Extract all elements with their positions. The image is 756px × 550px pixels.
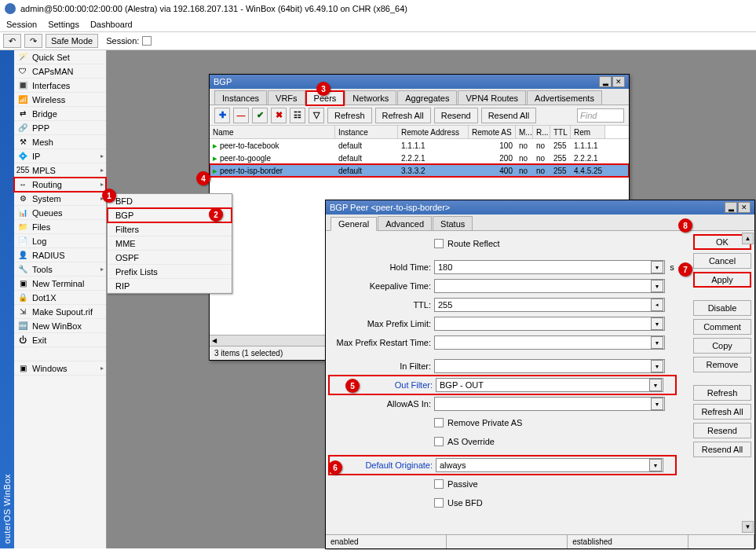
sidebar-item-quick-set[interactable]: 🪄Quick Set (14, 50, 106, 64)
col-header[interactable]: Remote Address (398, 126, 469, 138)
as-override-checkbox[interactable] (434, 437, 444, 446)
add-button[interactable]: ✚ (214, 108, 230, 123)
session-box[interactable] (142, 36, 152, 46)
sidebar-item-mesh[interactable]: ⚒Mesh (14, 135, 106, 149)
col-header[interactable]: TTL (550, 126, 571, 138)
sidebar-item-ppp[interactable]: 🔗PPP (14, 121, 106, 135)
close-icon[interactable]: ✕ (738, 202, 751, 213)
sidebar-item-new-winbox[interactable]: 🆕New WinBox (14, 319, 106, 333)
sidebar-item-radius[interactable]: 👤RADIUS (14, 248, 106, 262)
keepalive-input[interactable]: ▼ (434, 279, 665, 293)
redo-button[interactable]: ↷ (24, 34, 42, 48)
dropdown-icon[interactable]: ▼ (651, 360, 663, 372)
hold-time-input[interactable]: 180▼ (434, 260, 665, 274)
submenu-rip[interactable]: RIP (108, 279, 232, 293)
dropdown-icon[interactable]: ◂ (651, 299, 663, 311)
col-header[interactable]: Instance (335, 126, 398, 138)
dropdown-icon[interactable]: ▼ (651, 261, 663, 273)
route-reflect-checkbox[interactable] (434, 239, 444, 248)
col-header[interactable]: R... (533, 126, 550, 138)
resend-button[interactable]: Resend (693, 423, 751, 438)
remove-button[interactable]: Remove (693, 357, 751, 372)
resend-button[interactable]: Resend (434, 108, 478, 123)
peer-titlebar[interactable]: BGP Peer <peer-to-isp-border> ▂✕ (326, 200, 754, 214)
safe-mode-button[interactable]: Safe Mode (46, 34, 98, 48)
menu-session[interactable]: Session (6, 20, 37, 29)
scroll-down-icon[interactable]: ▼ (742, 521, 754, 533)
sidebar-item-windows[interactable]: ▣Windows▸ (14, 361, 106, 376)
use-bfd-checkbox[interactable] (434, 498, 444, 508)
sidebar-item-capsman[interactable]: 🛡CAPsMAN (14, 64, 106, 79)
comment-button[interactable]: ☷ (290, 108, 305, 123)
default-originate-input[interactable]: always▼ (436, 458, 663, 472)
sidebar-item-log[interactable]: 📄Log (14, 234, 106, 248)
cancel-button[interactable]: Cancel (693, 253, 751, 269)
dropdown-icon[interactable]: ▼ (651, 398, 663, 410)
sidebar-item-ip[interactable]: 💠IP▸ (14, 149, 106, 163)
menu-settings[interactable]: Settings (48, 20, 79, 29)
sidebar-item-new-terminal[interactable]: ▣New Terminal (14, 277, 106, 291)
max-prefix-restart-input[interactable]: ▼ (434, 336, 665, 350)
submenu-prefix lists[interactable]: Prefix Lists (108, 265, 232, 279)
col-header[interactable]: Remote AS (469, 126, 516, 138)
max-prefix-input[interactable]: ▼ (434, 317, 665, 331)
submenu-ospf[interactable]: OSPF (108, 251, 232, 265)
sidebar-item-blank[interactable] (14, 347, 106, 361)
remove-button[interactable]: — (233, 108, 249, 123)
col-header[interactable]: Name (210, 126, 335, 138)
table-row[interactable]: ▸peer-to-googledefault2.2.2.1200nono2552… (210, 152, 629, 164)
sidebar-item-interfaces[interactable]: 🔳Interfaces (14, 79, 106, 93)
col-header[interactable]: Rem (571, 126, 605, 138)
minimize-icon[interactable]: ▂ (599, 76, 612, 87)
refresh-button[interactable]: Refresh (693, 385, 751, 401)
in-filter-input[interactable]: ▼ (434, 359, 665, 373)
sidebar-item-make-supout.rif[interactable]: ⇲Make Supout.rif (14, 305, 106, 319)
disable-button[interactable]: Disable (693, 300, 751, 316)
menu-bar[interactable]: Session Settings Dashboard (0, 17, 756, 31)
find-input[interactable]: Find (577, 108, 624, 123)
tab-vrfs[interactable]: VRFs (268, 90, 305, 104)
copy-button[interactable]: Copy (693, 338, 751, 354)
passive-checkbox[interactable] (434, 479, 444, 489)
sidebar-item-tools[interactable]: 🔧Tools▸ (14, 262, 106, 277)
sidebar-item-exit[interactable]: ⏻Exit (14, 333, 106, 347)
refresh-button[interactable]: Refresh (327, 108, 372, 123)
refresh-all-button[interactable]: Refresh All (375, 108, 431, 123)
tab-general[interactable]: General (331, 217, 377, 231)
comment-button[interactable]: Comment (693, 319, 751, 335)
sidebar-item-files[interactable]: 📁Files (14, 220, 106, 234)
allow-as-input[interactable]: ▼ (434, 397, 665, 411)
dropdown-icon[interactable]: ▼ (649, 379, 662, 391)
tab-vpn4-routes[interactable]: VPN4 Routes (458, 90, 526, 104)
sidebar-item-routing[interactable]: ↔Routing▸ (14, 178, 106, 192)
resend-all-button[interactable]: Resend All (481, 108, 537, 123)
sidebar-item-system[interactable]: ⚙System▸ (14, 192, 106, 206)
sidebar-item-bridge[interactable]: ⇄Bridge (14, 107, 106, 121)
tab-advanced[interactable]: Advanced (378, 216, 432, 230)
remove-private-as-checkbox[interactable] (434, 418, 444, 427)
dropdown-icon[interactable]: ▼ (649, 459, 662, 471)
submenu-filters[interactable]: Filters (108, 222, 232, 236)
tab-aggregates[interactable]: Aggregates (397, 90, 457, 104)
sidebar-item-queues[interactable]: 📊Queues (14, 206, 106, 220)
filter-button[interactable]: ▽ (309, 108, 324, 123)
table-row[interactable]: ▸peer-to-isp-borderdefault3.3.3.2400nono… (210, 164, 629, 177)
dropdown-icon[interactable]: ▼ (651, 336, 663, 349)
bgp-titlebar[interactable]: BGP ▂✕ (210, 75, 629, 89)
table-row[interactable]: ▸peer-to-facebookdefault1.1.1.1100nono25… (210, 139, 629, 152)
submenu-bfd[interactable]: BFD (108, 194, 232, 208)
resend-all-button[interactable]: Resend All (693, 442, 751, 457)
tab-advertisements[interactable]: Advertisements (527, 90, 602, 104)
apply-button[interactable]: Apply (693, 272, 751, 288)
minimize-icon[interactable]: ▂ (725, 202, 737, 213)
undo-button[interactable]: ↶ (3, 34, 21, 48)
out-filter-input[interactable]: BGP - OUT▼ (436, 378, 663, 392)
scroll-up-icon[interactable]: ▲ (742, 233, 754, 244)
col-header[interactable]: M... (516, 126, 533, 138)
sidebar-item-dot1x[interactable]: 🔒Dot1X (14, 291, 106, 305)
close-icon[interactable]: ✕ (612, 76, 625, 87)
submenu-mme[interactable]: MME (108, 236, 232, 251)
tab-instances[interactable]: Instances (214, 90, 267, 104)
disable-button[interactable]: ✖ (271, 108, 287, 123)
refresh-all-button[interactable]: Refresh All (693, 404, 751, 420)
